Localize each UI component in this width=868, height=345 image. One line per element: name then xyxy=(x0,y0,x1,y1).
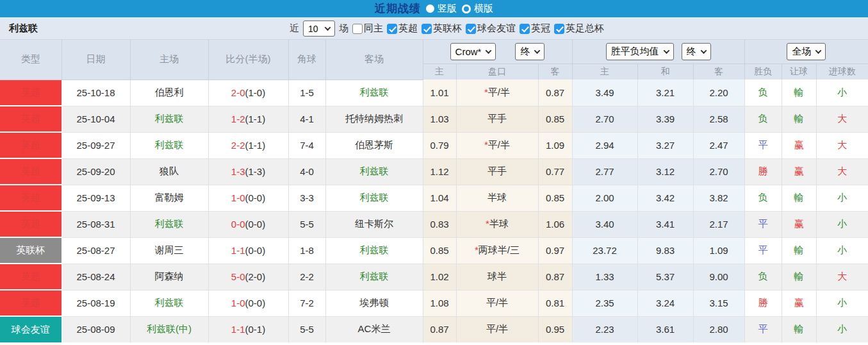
league-badge: 英超 xyxy=(0,211,61,237)
layout-horizontal-option[interactable]: 横版 xyxy=(462,3,493,15)
odds-home-cell: 1.04 xyxy=(423,185,456,211)
odds-time-select[interactable]: 终 xyxy=(515,43,545,60)
sub-header-avg-home: 主 xyxy=(572,63,637,80)
avg-draw-cell: 9.83 xyxy=(637,237,693,264)
odds-company-select[interactable]: Crow* xyxy=(450,43,496,60)
avg-draw-cell: 3.41 xyxy=(637,211,693,237)
chevron-down-icon xyxy=(663,47,669,54)
corner-cell: 7-4 xyxy=(288,132,325,158)
date-cell: 25-10-18 xyxy=(61,80,130,106)
goals-cell: 小 xyxy=(816,185,868,211)
avg-draw-cell: 3.42 xyxy=(637,185,693,211)
odds-home-cell: 1.02 xyxy=(423,264,456,290)
score-cell: 5-0(2-0) xyxy=(208,264,288,290)
handicap-text: 半球 xyxy=(489,218,509,229)
checkbox-checked-icon[interactable] xyxy=(520,24,530,34)
odds-away-cell: 0.87 xyxy=(538,80,572,106)
avg-type-select[interactable]: 胜平负均值 xyxy=(606,43,674,60)
fulltime-score: 1-1 xyxy=(231,324,245,335)
fulltime-score: 1-1 xyxy=(231,245,245,256)
score-cell: 2-2(1-1) xyxy=(208,132,288,158)
league-badge: 英超 xyxy=(0,290,61,316)
odds-home-cell: 0.83 xyxy=(423,211,456,237)
let-ball-cell: 赢 xyxy=(782,211,816,237)
radio-unselected-icon[interactable] xyxy=(462,4,471,13)
league-filter-fa-cup[interactable]: 英足总杯 xyxy=(554,22,604,35)
halftime-score: (1-0) xyxy=(245,87,266,98)
sub-header-let-ball: 让球 xyxy=(782,63,816,80)
date-cell: 25-10-04 xyxy=(61,106,130,132)
handicap-text: 两球半/三 xyxy=(479,244,520,255)
away-team: 利兹联 xyxy=(325,158,423,185)
league-filter-friendly[interactable]: 球会友谊 xyxy=(466,22,516,35)
scope-select[interactable]: 全场 xyxy=(787,43,826,60)
fulltime-score: 0-0 xyxy=(231,219,245,230)
league-label: 英足总杯 xyxy=(566,22,604,35)
away-team: 利兹联 xyxy=(325,185,423,211)
home-team: 富勒姆 xyxy=(130,185,208,211)
recent-results-panel: 近期战绩 竖版 横版 利兹联 近 10 场 同主 英超 xyxy=(0,0,868,345)
fulltime-score: 5-0 xyxy=(231,271,245,282)
league-badge: 英超 xyxy=(0,80,61,106)
goals-cell: 大 xyxy=(816,264,868,290)
handicap-text: 球半 xyxy=(487,271,507,282)
result-cell: 负 xyxy=(744,106,782,132)
col-header-home: 主场 xyxy=(130,40,208,80)
away-team: 伯恩茅斯 xyxy=(325,132,423,158)
home-team: 狼队 xyxy=(130,158,208,185)
odds-home-cell: 1.03 xyxy=(423,106,456,132)
league-label: 球会友谊 xyxy=(477,22,516,35)
halftime-score: (0-1) xyxy=(245,324,266,335)
checkbox-checked-icon[interactable] xyxy=(387,24,397,34)
odds-home-cell: 1.08 xyxy=(423,290,456,316)
league-filter-efl-cup[interactable]: 英联杯 xyxy=(422,22,462,35)
result-cell: 平 xyxy=(744,237,782,264)
recent-label: 近 xyxy=(290,22,299,35)
corner-cell: 1-5 xyxy=(288,80,325,106)
halftime-score: (0-0) xyxy=(245,245,266,256)
date-cell: 25-09-27 xyxy=(61,132,130,158)
corner-cell: 7-2 xyxy=(288,290,325,316)
result-cell: 负 xyxy=(744,264,782,290)
avg-draw-cell: 3.12 xyxy=(637,158,693,185)
table-row: 英联杯 25-08-27 谢周三 1-1(0-0) 1-8 利兹联 0.85 *… xyxy=(0,237,868,264)
fulltime-score: 1-2 xyxy=(231,114,245,124)
odds-away-cell: 0.81 xyxy=(538,290,572,316)
goals-cell: 小 xyxy=(816,211,868,237)
halftime-score: (2-0) xyxy=(245,271,266,282)
odds-time-value: 终 xyxy=(520,46,530,58)
odds-away-cell: 1.06 xyxy=(538,211,572,237)
sub-header-avg-draw: 和 xyxy=(637,63,693,80)
league-filter-championship[interactable]: 英冠 xyxy=(520,22,550,35)
recent-count-select[interactable]: 10 xyxy=(303,21,335,37)
let-ball-cell: 輸 xyxy=(782,264,816,290)
avg-away-cell: 2.47 xyxy=(693,132,744,158)
goals-cell: 大 xyxy=(816,106,868,132)
checkbox-unchecked-icon[interactable] xyxy=(352,24,363,34)
fulltime-score: 1-0 xyxy=(231,298,245,308)
sub-header-odds-home: 主 xyxy=(423,63,456,80)
checkbox-checked-icon[interactable] xyxy=(554,24,564,34)
col-header-corner: 角球 xyxy=(288,40,325,80)
fulltime-score: 1-0 xyxy=(231,192,245,203)
league-badge: 英超 xyxy=(0,185,61,211)
let-ball-cell: 輸 xyxy=(782,316,816,342)
league-label: 英超 xyxy=(398,22,418,35)
league-filter-epl[interactable]: 英超 xyxy=(387,22,418,35)
score-cell: 1-0(0-0) xyxy=(208,185,288,211)
same-home-checkbox[interactable]: 同主 xyxy=(352,22,383,35)
odds-home-cell: 0.87 xyxy=(423,316,456,342)
layout-vertical-option[interactable]: 竖版 xyxy=(426,3,457,15)
col-header-away: 客场 xyxy=(325,40,423,80)
checkbox-checked-icon[interactable] xyxy=(466,24,476,34)
handicap-odds-header: Crow* 终 xyxy=(423,40,572,63)
halftime-score: (0-0) xyxy=(245,298,266,308)
avg-time-select[interactable]: 终 xyxy=(682,43,711,60)
radio-selected-icon[interactable] xyxy=(426,4,434,13)
sub-header-avg-away: 客 xyxy=(693,63,744,80)
avg-time-value: 终 xyxy=(687,46,696,58)
table-row: 英超 25-09-13 富勒姆 1-0(0-0) 3-3 利兹联 1.04 半球… xyxy=(0,185,868,211)
checkbox-checked-icon[interactable] xyxy=(422,24,432,34)
avg-draw-cell: 3.39 xyxy=(637,106,693,132)
avg-home-cell: 2.23 xyxy=(572,316,637,342)
